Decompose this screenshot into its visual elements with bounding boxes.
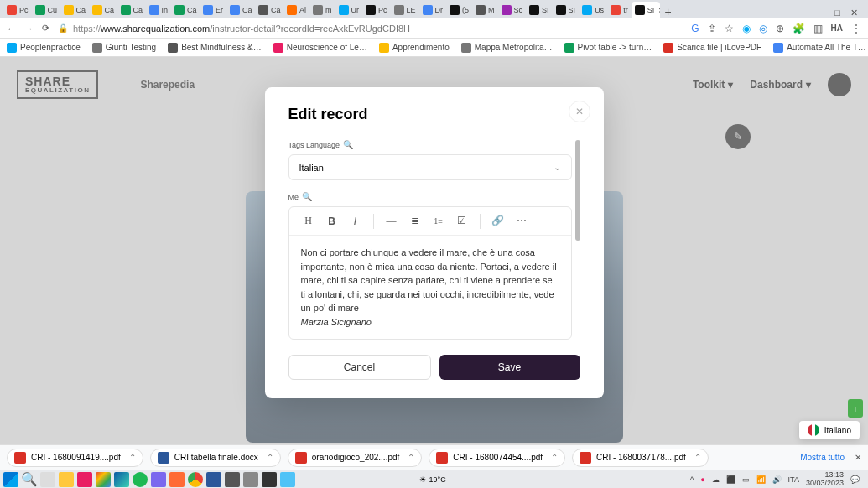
reload-button[interactable]: ⟳: [42, 23, 49, 34]
profile-icon[interactable]: HA: [831, 23, 843, 33]
bookmark-item[interactable]: Giunti Testing: [92, 43, 156, 53]
bookmark-item[interactable]: Automate All The T…: [773, 43, 866, 53]
tray-icon[interactable]: ▭: [742, 475, 750, 484]
bullet-list-button[interactable]: ≣: [404, 210, 426, 232]
tray-chevron[interactable]: ^: [690, 475, 694, 484]
app-icon[interactable]: [262, 472, 277, 487]
browser-tab[interactable]: Ca: [255, 2, 283, 18]
more-button[interactable]: ⋯: [511, 210, 533, 232]
checklist-button[interactable]: ☑: [451, 210, 473, 232]
tray-icon[interactable]: ⬛: [726, 475, 735, 484]
app-icon[interactable]: [151, 472, 166, 487]
browser-tab[interactable]: Ur: [335, 2, 363, 18]
bold-button[interactable]: B: [321, 210, 343, 232]
translate-icon[interactable]: G: [691, 23, 699, 34]
app-icon[interactable]: [96, 472, 111, 487]
app-icon[interactable]: [169, 472, 185, 487]
close-downloads-bar[interactable]: ✕: [855, 453, 861, 462]
chevron-down-icon[interactable]: ⌃: [267, 453, 273, 462]
editor-content[interactable]: Non ci portare chiunque a vedere il mare…: [289, 236, 571, 339]
cancel-button[interactable]: Cancel: [288, 355, 431, 380]
bookmark-item[interactable]: Mappa Metropolita…: [461, 43, 553, 53]
ext-icon-3[interactable]: ⊕: [776, 23, 784, 34]
forward-button[interactable]: →: [24, 23, 34, 34]
download-item[interactable]: CRI - 1680074454....pdf⌃: [429, 449, 565, 467]
download-item[interactable]: orariodigioco_202....pdf⌃: [288, 449, 423, 467]
tags-language-select[interactable]: Italian ⌄: [288, 154, 572, 180]
save-button[interactable]: Save: [439, 355, 580, 380]
app-icon[interactable]: [243, 472, 258, 487]
browser-tab[interactable]: tr: [607, 2, 632, 18]
download-item[interactable]: CRI tabella finale.docx⌃: [150, 449, 281, 467]
edge-icon[interactable]: [114, 472, 129, 487]
tray-icon[interactable]: ●: [700, 475, 704, 484]
browser-tab[interactable]: SI: [526, 2, 553, 18]
bookmark-item[interactable]: Peoplenpractice: [7, 43, 81, 53]
download-item[interactable]: CRI - 1680091419....pdf⌃: [7, 449, 143, 467]
url-box[interactable]: 🔒 https://www.sharequalization.com/instr…: [58, 23, 683, 34]
word-icon[interactable]: [206, 472, 221, 487]
download-item[interactable]: CRI - 1680037178....pdf⌃: [572, 449, 709, 467]
explorer-icon[interactable]: [59, 472, 74, 487]
app-icon[interactable]: [280, 472, 295, 487]
browser-tab[interactable]: Ca: [117, 2, 146, 18]
heading-button[interactable]: H: [298, 210, 320, 232]
link-button[interactable]: 🔗: [487, 210, 509, 232]
bookmark-item[interactable]: Pivot table -> turn…: [564, 43, 652, 53]
numbered-list-button[interactable]: 1≡: [428, 210, 450, 232]
browser-tab[interactable]: Ca: [226, 2, 255, 18]
back-button[interactable]: ←: [7, 23, 16, 34]
browser-tab[interactable]: LE: [391, 2, 419, 18]
scroll-top-button[interactable]: ↑: [848, 399, 863, 418]
browser-tab[interactable]: Al: [283, 2, 309, 18]
browser-tab[interactable]: Dr: [419, 2, 447, 18]
italic-button[interactable]: I: [345, 210, 366, 232]
ext-icon-1[interactable]: ◉: [742, 23, 751, 34]
browser-tab[interactable]: Ca: [171, 2, 200, 18]
app-icon[interactable]: [225, 472, 240, 487]
chevron-down-icon[interactable]: ⌃: [694, 453, 701, 462]
chevron-down-icon[interactable]: ⌃: [129, 453, 136, 462]
volume-icon[interactable]: 🔊: [772, 475, 782, 484]
new-tab-button[interactable]: +: [660, 5, 677, 18]
browser-tab[interactable]: Ca: [89, 2, 117, 18]
notifications-icon[interactable]: 💬: [850, 475, 860, 484]
bookmark-item[interactable]: Best Mindfulness &…: [168, 43, 262, 53]
tray-icon[interactable]: ☁: [712, 475, 720, 484]
bookmark-item[interactable]: Apprendimento: [379, 43, 450, 53]
bookmarks-list-icon[interactable]: ▥: [813, 23, 823, 34]
wifi-icon[interactable]: 📶: [756, 475, 766, 484]
task-view-button[interactable]: [40, 472, 55, 487]
chevron-down-icon[interactable]: ⌃: [408, 453, 414, 462]
chrome-icon[interactable]: [188, 472, 203, 487]
app-icon[interactable]: [77, 472, 92, 487]
weather-widget[interactable]: ☀ 19°C: [419, 475, 446, 484]
browser-tab[interactable]: Pc: [3, 2, 32, 18]
browser-tab[interactable]: SI: [553, 2, 580, 18]
browser-tab[interactable]: Us: [579, 2, 607, 18]
browser-tab[interactable]: SI×: [632, 2, 660, 18]
menu-icon[interactable]: ⋮: [851, 23, 861, 34]
spotify-icon[interactable]: [133, 472, 148, 487]
show-all-downloads[interactable]: Mostra tutto: [800, 453, 845, 462]
browser-tab[interactable]: In: [146, 2, 172, 18]
browser-tab[interactable]: Cu: [32, 2, 60, 18]
browser-tab[interactable]: Sc: [498, 2, 527, 18]
share-icon[interactable]: ⇪: [708, 23, 716, 34]
hr-button[interactable]: —: [381, 210, 403, 232]
close-window-button[interactable]: ✕: [850, 8, 858, 18]
browser-tab[interactable]: Ca: [60, 2, 89, 18]
maximize-button[interactable]: □: [834, 8, 840, 18]
extensions-icon[interactable]: 🧩: [793, 23, 805, 34]
browser-tab[interactable]: Pc: [362, 2, 391, 18]
search-button[interactable]: 🔍: [22, 472, 37, 487]
minimize-button[interactable]: ─: [819, 8, 825, 18]
browser-tab[interactable]: (5: [446, 2, 472, 18]
browser-tab[interactable]: M: [472, 2, 498, 18]
modal-scrollbar[interactable]: [575, 140, 580, 241]
browser-tab[interactable]: Er: [200, 2, 226, 18]
language-indicator[interactable]: ITA: [788, 475, 799, 484]
browser-tab[interactable]: m: [309, 2, 335, 18]
clock[interactable]: 13:1330/03/2023: [806, 471, 844, 488]
start-button[interactable]: [3, 472, 18, 487]
